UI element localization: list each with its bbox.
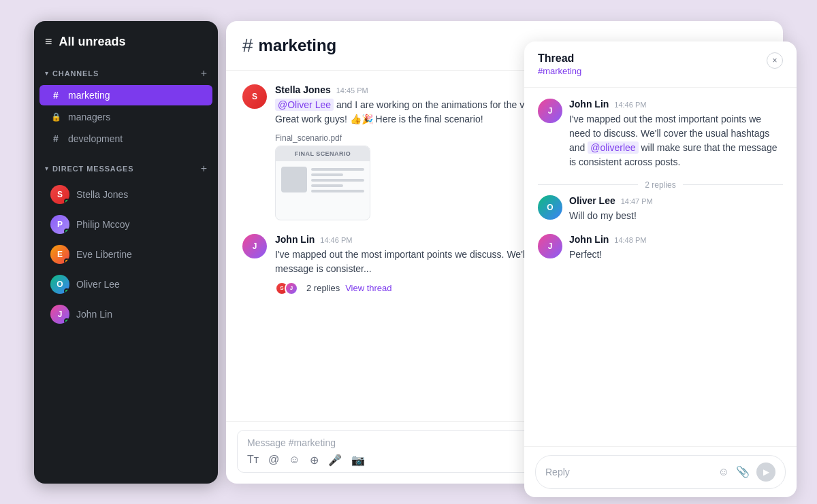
dm-item-eve[interactable]: E Eve Libertine — [39, 240, 212, 269]
close-thread-button[interactable]: × — [767, 52, 783, 69]
replies-divider-label: 2 replies — [645, 180, 675, 190]
attachment-preview: FINAL SCENARIO — [275, 146, 370, 220]
thread-input-placeholder: Reply — [545, 467, 711, 477]
channel-name-development: development — [68, 133, 123, 144]
thread-author-john-1: John Lin — [569, 99, 609, 110]
msg-time-stella: 14:45 PM — [336, 86, 368, 95]
thread-avatar-john-1: J — [538, 99, 562, 123]
replies-count: 2 replies — [306, 283, 340, 293]
dm-name-oliver: Oliver Lee — [76, 279, 120, 290]
view-thread-button[interactable]: View thread — [345, 283, 391, 293]
dm-chevron-icon: ▾ — [45, 165, 48, 172]
avatar-oliver: O — [50, 275, 69, 294]
msg-author-john: John Lin — [275, 234, 315, 245]
hash-icon: # — [50, 90, 61, 101]
channel-name-managers: managers — [68, 112, 110, 122]
msg-author-stella: Stella Jones — [275, 84, 331, 95]
thread-mention-oliver: @oliverlee — [588, 141, 638, 154]
thread-input-area: Reply ☺ 📎 ▶ — [524, 446, 797, 497]
dm-name-philip: Philip Mccoy — [76, 219, 130, 230]
sidebar: ≡ All unreads ▾ CHANNELS + # marketing 🔒… — [34, 21, 218, 484]
avatar-stella: S — [50, 185, 69, 204]
attachment-header: FINAL SCENARIO — [276, 146, 370, 161]
add-dm-button[interactable]: + — [201, 163, 207, 174]
dm-name-john: John Lin — [76, 309, 112, 320]
att-line-2 — [311, 173, 343, 176]
dm-item-stella[interactable]: S Stella Jones — [39, 180, 212, 209]
lock-icon: 🔒 — [50, 112, 61, 122]
sidebar-title: All unreads — [59, 35, 126, 49]
thread-avatar-oliver: O — [538, 195, 562, 220]
thread-attachment-icon[interactable]: 📎 — [736, 465, 750, 478]
channel-name-marketing: marketing — [68, 90, 110, 101]
thread-text-john-2: Perfect! — [569, 248, 783, 262]
thread-avatar-john-2: J — [538, 234, 562, 258]
reply-avatar-john: J — [285, 282, 298, 295]
dm-name-eve: Eve Libertine — [76, 249, 132, 260]
sidebar-header: ≡ All unreads — [34, 35, 218, 63]
avatar-eve: E — [50, 245, 69, 264]
thread-text-oliver: Will do my best! — [569, 209, 783, 223]
thread-input-box[interactable]: Reply ☺ 📎 ▶ — [535, 455, 786, 489]
att-line-1 — [311, 168, 364, 171]
dm-item-john[interactable]: J John Lin — [39, 300, 212, 329]
thread-title: Thread — [538, 52, 581, 65]
thread-message-john-1: J John Lin 14:46 PM I've mapped out the … — [538, 99, 783, 169]
dm-item-oliver[interactable]: O Oliver Lee — [39, 270, 212, 299]
sidebar-item-development[interactable]: # development — [39, 129, 212, 149]
dm-label: DIRECT MESSAGES — [52, 165, 134, 173]
mic-icon[interactable]: 🎤 — [328, 454, 342, 467]
avatar-john: J — [50, 305, 69, 324]
msg-avatar-john: J — [242, 234, 267, 258]
thread-author-john-2: John Lin — [569, 234, 609, 245]
dm-item-philip[interactable]: P Philip Mccoy — [39, 210, 212, 239]
thread-channel: #marketing — [538, 66, 581, 76]
thread-author-oliver: Oliver Lee — [569, 195, 615, 206]
sidebar-item-marketing[interactable]: # marketing — [39, 85, 212, 105]
format-text-icon[interactable]: Tт — [247, 454, 259, 466]
dm-name-stella: Stella Jones — [76, 189, 128, 200]
video-icon[interactable]: 📷 — [351, 454, 365, 467]
hash-icon-dev: # — [50, 133, 61, 144]
thread-emoji-icon[interactable]: ☺ — [718, 466, 729, 478]
thread-message-john-2: J John Lin 14:48 PM Perfect! — [538, 234, 783, 262]
mention-oliver: @Oliver Lee — [275, 99, 334, 111]
thread-message-oliver: O Oliver Lee 14:47 PM Will do my best! — [538, 195, 783, 223]
add-channel-button[interactable]: + — [201, 68, 207, 79]
thread-time-john-2: 14:48 PM — [614, 236, 646, 244]
msg-avatar-stella: S — [242, 84, 267, 109]
avatar-philip: P — [50, 215, 69, 234]
channels-chevron-icon: ▾ — [45, 69, 48, 77]
emoji-icon[interactable]: ☺ — [289, 454, 300, 466]
thread-time-oliver: 14:47 PM — [621, 197, 653, 205]
thread-panel: Thread #marketing × J John Lin 14:46 PM … — [524, 41, 797, 497]
attachment-icon[interactable]: ⊕ — [310, 454, 319, 467]
replies-divider: 2 replies — [538, 180, 783, 190]
thread-send-button[interactable]: ▶ — [756, 463, 775, 482]
thread-time-john-1: 14:46 PM — [614, 101, 646, 109]
attachment-thumbnail — [281, 167, 307, 192]
dm-section-header[interactable]: ▾ DIRECT MESSAGES + — [34, 158, 218, 180]
at-mention-icon[interactable]: @ — [268, 454, 279, 466]
channels-label: CHANNELS — [52, 69, 99, 78]
thread-messages: J John Lin 14:46 PM I've mapped out the … — [524, 88, 797, 446]
thread-text-john-1: I've mapped out the most important point… — [569, 112, 783, 169]
att-line-5 — [311, 190, 364, 192]
hamburger-icon[interactable]: ≡ — [45, 35, 52, 49]
sidebar-item-managers[interactable]: 🔒 managers — [39, 107, 212, 127]
thread-header: Thread #marketing × — [524, 41, 797, 88]
channel-hash-icon: # — [242, 35, 253, 56]
att-line-3 — [311, 179, 364, 182]
att-line-4 — [311, 184, 343, 187]
chat-channel-name: marketing — [259, 36, 337, 55]
channels-section-header[interactable]: ▾ CHANNELS + — [34, 63, 218, 84]
msg-time-john: 14:46 PM — [320, 236, 352, 244]
